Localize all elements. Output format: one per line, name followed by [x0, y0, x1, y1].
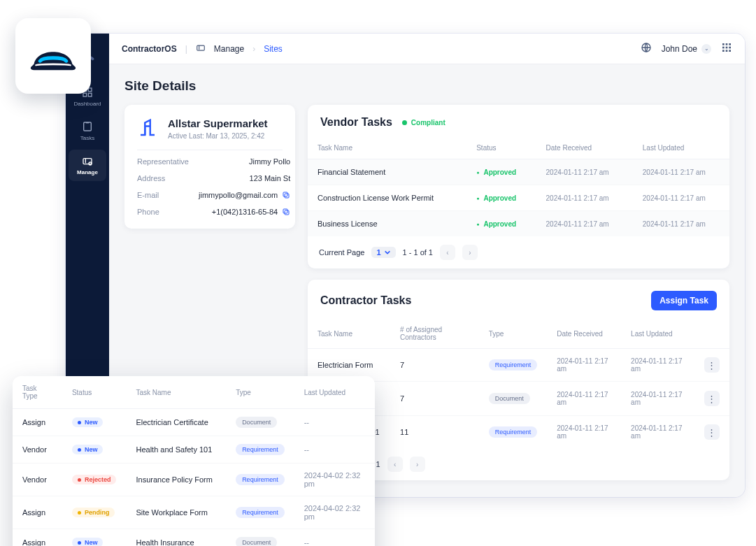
cell-task-name: Financial Statement	[308, 159, 466, 185]
value-representative: Jimmy Pollo	[199, 157, 290, 166]
pager-range: 1 - 1 of 1	[403, 248, 433, 257]
cell-task-name: Health Insurance	[126, 529, 226, 547]
building-icon	[137, 117, 158, 138]
table-row[interactable]: Construction License Work PermitApproved…	[308, 185, 729, 211]
row-menu-icon[interactable]: ⋮	[704, 391, 720, 406]
table-row[interactable]: Business LicenseApproved2024-01-11 2:17 …	[308, 211, 729, 237]
table-row[interactable]: AssignNewHealth InsuranceDocument--	[13, 529, 375, 547]
pager-next[interactable]: ›	[462, 245, 478, 260]
cell-task-type: Assign	[13, 409, 62, 436]
copy-phone-icon[interactable]	[282, 208, 290, 216]
cell-status: Approved	[466, 185, 536, 211]
sidebar-item-manage[interactable]: Manage	[69, 150, 106, 181]
col-updated: Last Updated	[294, 376, 375, 409]
svg-rect-7	[197, 45, 205, 50]
col-task-name: Task Name	[126, 376, 226, 409]
page-title: Site Details	[124, 78, 729, 94]
col-task-type: Task Type	[13, 376, 62, 409]
label-representative: Representative	[137, 157, 189, 166]
cell-status: Pending	[62, 496, 127, 529]
apps-grid-icon[interactable]	[721, 42, 732, 55]
col-status: Status	[62, 376, 127, 409]
svg-rect-16	[726, 50, 728, 52]
label-address: Address	[137, 174, 189, 182]
svg-rect-9	[722, 43, 725, 45]
contractor-tasks-title: Contractor Tasks	[320, 294, 411, 307]
row-menu-icon[interactable]: ⋮	[704, 424, 720, 440]
cell-task-name: Health and Safety 101	[126, 436, 226, 464]
cell-actions: ⋮	[694, 382, 729, 416]
cell-status: New	[62, 529, 127, 547]
col-received: Date Received	[547, 319, 621, 349]
cell-doctype: Document	[226, 529, 294, 547]
compliant-badge: Compliant	[402, 119, 445, 127]
cell-type: Requirement	[479, 349, 548, 382]
table-row[interactable]: AssignNewElectrician CertificateDocument…	[13, 409, 375, 436]
cell-updated: 2024-04-02 2:32 pm	[294, 464, 375, 496]
sidebar-item-label: Tasks	[80, 135, 94, 141]
cell-status: Approved	[466, 159, 536, 185]
value-address: 123 Main St	[199, 174, 290, 182]
breadcrumb-manage[interactable]: Manage	[214, 44, 244, 54]
cell-updated: 2024-04-02 2:32 pm	[294, 496, 375, 529]
cell-updated: 2024-01-11 2:17 am	[621, 349, 694, 382]
svg-rect-15	[722, 50, 725, 52]
site-details-card: Allstar Supermarket Active Last: Mar 13,…	[124, 105, 295, 229]
sidebar-item-label: Dashboard	[73, 101, 101, 107]
col-count: # of Assigned Contractors	[390, 319, 479, 349]
cell-doctype: Requirement	[226, 464, 294, 496]
svg-rect-1	[88, 88, 92, 92]
pager-prev[interactable]: ‹	[440, 245, 455, 260]
svg-rect-13	[726, 47, 728, 49]
site-active-last: Active Last: Mar 13, 2025, 2:42	[168, 132, 268, 140]
svg-rect-21	[283, 209, 287, 213]
col-updated: Last Updated	[633, 137, 729, 159]
svg-rect-12	[722, 47, 725, 49]
user-menu[interactable]: John Doe ⌄	[662, 44, 711, 54]
value-email: jimmypollo@gmail.com	[199, 191, 278, 199]
cell-actions: ⋮	[694, 349, 729, 382]
app-logo-card	[15, 18, 91, 94]
table-row[interactable]: VendorNewHealth and Safety 101Requiremen…	[13, 436, 375, 464]
table-row[interactable]: Electrician Form7Requirement2024-01-11 2…	[308, 349, 729, 382]
cell-status: New	[62, 409, 127, 436]
pager-next[interactable]: ›	[410, 457, 425, 472]
chevron-down-icon: ⌄	[701, 44, 711, 54]
cell-task-type: Vendor	[13, 436, 62, 464]
cell-received: 2024-01-11 2:17 am	[536, 185, 633, 211]
cell-updated: 2024-01-11 2:17 am	[633, 211, 729, 237]
breadcrumb-sites[interactable]: Sites	[264, 44, 283, 54]
pager-prev[interactable]: ‹	[387, 457, 403, 472]
svg-rect-10	[726, 43, 728, 45]
label-phone: Phone	[137, 208, 189, 216]
cell-status: New	[62, 436, 127, 464]
tasks-popup-table: Task Type Status Task Name Type Last Upd…	[13, 376, 375, 546]
cell-task-name: Business License	[308, 211, 466, 237]
svg-rect-4	[84, 122, 92, 131]
pager-page-select[interactable]: 1	[371, 247, 395, 258]
table-row[interactable]: Financial StatementApproved2024-01-11 2:…	[308, 159, 729, 185]
table-row[interactable]: VendorRejectedInsurance Policy FormRequi…	[13, 464, 375, 496]
cell-doctype: Requirement	[226, 436, 294, 464]
cell-updated: 2024-01-11 2:17 am	[621, 416, 694, 449]
cell-type: Document	[479, 382, 548, 416]
svg-rect-5	[83, 159, 92, 164]
copy-email-icon[interactable]	[282, 191, 290, 199]
sidebar-item-tasks[interactable]: Tasks	[69, 115, 106, 147]
cell-status: Approved	[466, 211, 536, 237]
brand-text: ContractorOS	[122, 44, 177, 54]
table-row[interactable]: AssignPendingSite Workplace FormRequirem…	[13, 496, 375, 529]
cell-count: 7	[390, 382, 479, 416]
cell-count: 11	[390, 416, 479, 449]
topbar: ContractorOS | Manage › Sites John Doe ⌄	[109, 34, 745, 64]
vendor-pager: Current Page 1 1 - 1 of 1 ‹ ›	[308, 236, 729, 268]
row-menu-icon[interactable]: ⋮	[704, 357, 720, 373]
col-doctype: Type	[226, 376, 294, 409]
globe-icon[interactable]	[641, 42, 652, 55]
svg-rect-20	[285, 210, 289, 215]
assign-task-button[interactable]: Assign Task	[651, 291, 717, 310]
svg-rect-11	[729, 43, 731, 45]
cell-received: 2024-01-11 2:17 am	[547, 349, 621, 382]
svg-rect-19	[283, 192, 287, 196]
cell-task-name: Construction License Work Permit	[308, 185, 466, 211]
